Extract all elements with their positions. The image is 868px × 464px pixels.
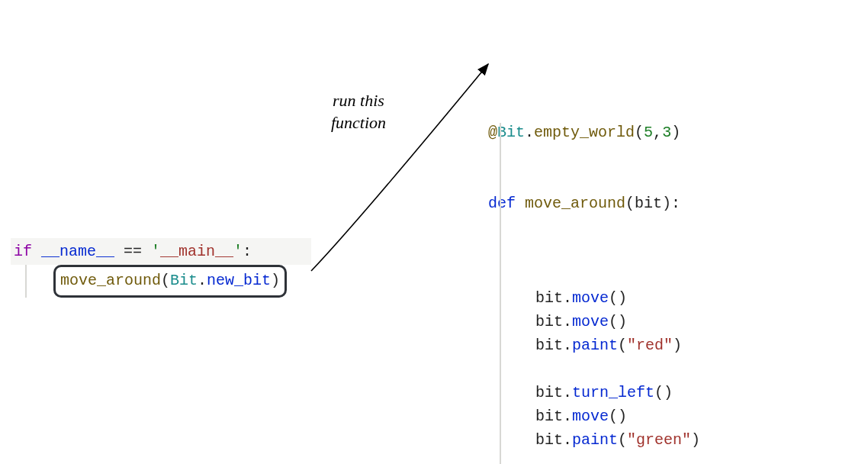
left-line-1: if __name__ == '__main__':: [11, 238, 311, 265]
code-token: move: [572, 313, 609, 330]
code-token: paint: [572, 431, 618, 449]
code-token: (): [609, 289, 627, 307]
code-token: bit: [535, 313, 563, 330]
right-body-line: bit.move(): [488, 404, 700, 428]
lp2: (: [625, 195, 635, 212]
annotation-line1: run this: [333, 91, 384, 110]
left-gutter: [25, 265, 27, 298]
code-token: "green": [627, 431, 691, 449]
code-token: (: [618, 337, 627, 354]
at-sign: @: [488, 124, 497, 141]
code-token: (): [609, 408, 627, 425]
param: bit: [635, 195, 662, 212]
code-token: move: [572, 289, 609, 307]
right-gutter: [500, 123, 501, 464]
code-token: turn_left: [572, 384, 654, 401]
cls-bit-right: Bit: [497, 124, 525, 141]
colon-right: :: [671, 195, 680, 212]
right-body-line: bit.move(): [488, 286, 700, 310]
annotation-line2: function: [331, 113, 386, 132]
code-token: .: [563, 431, 572, 449]
kw-if: if: [14, 243, 41, 260]
code-token: (): [654, 384, 673, 401]
cls-bit-left: Bit: [170, 272, 198, 289]
code-token: bit: [535, 431, 563, 449]
right-body-line: bit.paint("red"): [488, 334, 700, 357]
lp-left: (: [161, 272, 170, 289]
code-token: .: [563, 384, 572, 401]
fname: move_around: [525, 195, 625, 212]
code-token: bit: [535, 384, 563, 401]
kw-def: def: [488, 195, 525, 212]
right-body: bit.move()bit.move()bit.paint("red") bit…: [488, 286, 700, 464]
right-body-line: [488, 452, 700, 464]
attr-newbit: new_bit: [207, 272, 271, 289]
right-body-line: [488, 357, 700, 381]
arg1: 5: [644, 124, 653, 141]
code-token: move: [572, 408, 609, 425]
right-body-line: bit.paint("green"): [488, 428, 700, 452]
arrow: [0, 0, 868, 464]
code-token: (: [618, 431, 627, 449]
annotation-label: run this function: [305, 90, 412, 134]
code-token: (): [609, 313, 627, 330]
code-token: bit: [535, 289, 563, 307]
call-name: move_around: [60, 272, 161, 289]
code-token: .: [563, 408, 572, 425]
code-token: ): [673, 337, 682, 354]
code-token: "red": [627, 337, 673, 354]
colon-left: :: [243, 243, 252, 260]
left-line-2: move_around(Bit.new_bit): [11, 265, 311, 298]
main-str: __main__: [160, 243, 233, 260]
code-token: ): [691, 431, 700, 449]
highlighted-call: move_around(Bit.new_bit): [53, 265, 287, 298]
code-token: paint: [572, 337, 618, 354]
q2: ': [233, 243, 243, 260]
right-code-block: @Bit.empty_world(5,3) def move_around(bi…: [488, 26, 700, 464]
right-body-line: bit.move(): [488, 310, 700, 334]
deco-name: empty_world: [534, 124, 635, 141]
code-token: .: [563, 313, 572, 330]
right-body-line: bit.turn_left(): [488, 381, 700, 404]
left-code-block: if __name__ == '__main__': move_around(B…: [11, 238, 311, 298]
rp2: ): [662, 195, 671, 212]
rp-left: ): [271, 272, 280, 289]
code-token: .: [563, 289, 572, 307]
dot-left: .: [198, 272, 207, 289]
code-token: .: [563, 337, 572, 354]
right-line-def: def move_around(bit):: [488, 192, 700, 215]
eq: ==: [114, 243, 151, 260]
comma: ,: [653, 124, 662, 141]
q1: ': [151, 243, 160, 260]
dunder-name: __name__: [41, 243, 114, 260]
arg2: 3: [662, 124, 671, 141]
code-token: bit: [535, 337, 563, 354]
rp1: ): [671, 124, 680, 141]
dot1: .: [525, 124, 534, 141]
right-line-deco: @Bit.empty_world(5,3): [488, 121, 700, 144]
code-token: bit: [535, 408, 563, 425]
lp1: (: [635, 124, 644, 141]
